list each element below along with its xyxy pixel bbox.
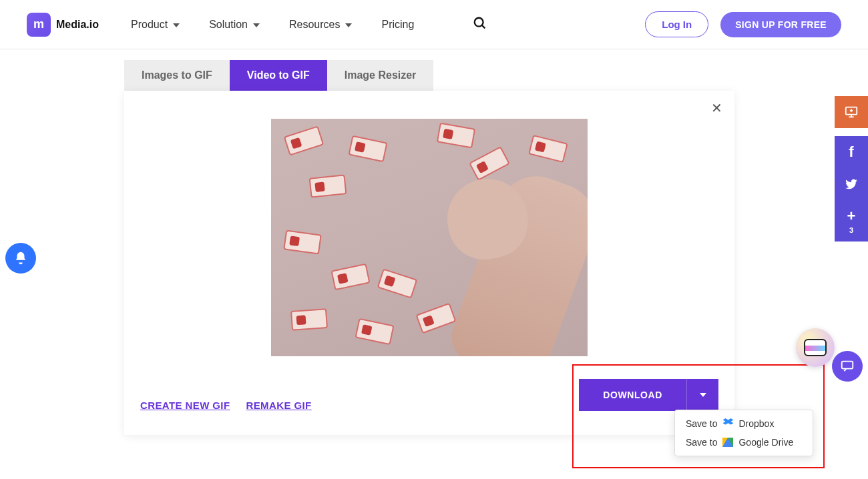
search-icon	[473, 21, 487, 33]
ticket-decoration	[355, 318, 394, 346]
ticket-decoration	[290, 308, 328, 331]
save-prefix: Save to	[686, 437, 717, 448]
ticket-decoration	[377, 268, 418, 298]
chevron-down-icon	[345, 23, 352, 27]
rail-spacer	[835, 128, 868, 136]
ticket-decoration	[528, 135, 568, 163]
ticket-decoration	[309, 174, 347, 197]
result-panel: ✕ CREATE NEW GIF REMAKE GIF DOWNLOAD	[124, 91, 734, 435]
tool-tabs: Images to GIF Video to GIF Image Resizer	[124, 60, 868, 91]
caret-down-icon	[700, 393, 706, 397]
share-more-tile[interactable]: + 3	[835, 200, 868, 242]
signup-button[interactable]: SIGN UP FOR FREE	[720, 12, 841, 37]
ticket-decoration	[331, 264, 370, 291]
assistant-icon	[804, 339, 827, 356]
svg-line-1	[482, 25, 485, 28]
plus-icon: +	[847, 207, 856, 225]
download-group: DOWNLOAD	[579, 379, 718, 411]
search-button[interactable]	[473, 16, 487, 33]
ticket-decoration	[283, 229, 322, 254]
main-nav: Product Solution Resources Pricing	[131, 16, 487, 33]
download-dropdown-toggle[interactable]	[686, 379, 718, 411]
share-twitter-tile[interactable]	[835, 168, 868, 200]
download-app-tile[interactable]	[835, 96, 868, 128]
twitter-icon	[844, 177, 859, 191]
gif-preview	[271, 119, 588, 356]
save-to-menu: Save to Dropbox Save to Google Drive	[674, 410, 813, 456]
ticket-decoration	[469, 146, 510, 181]
nav-resources[interactable]: Resources	[289, 19, 352, 31]
chat-icon	[840, 359, 855, 374]
download-button[interactable]: DOWNLOAD	[579, 379, 686, 411]
facebook-icon: f	[849, 143, 853, 161]
app-header: m Media.io Product Solution Resources Pr…	[0, 0, 868, 49]
save-prefix: Save to	[686, 418, 717, 429]
panel-footer: CREATE NEW GIF REMAKE GIF DOWNLOAD	[140, 379, 718, 411]
svg-rect-5	[842, 362, 853, 369]
create-new-gif-link[interactable]: CREATE NEW GIF	[140, 400, 230, 411]
ticket-decoration	[348, 135, 387, 163]
chat-button[interactable]	[832, 351, 863, 382]
nav-label: Solution	[209, 19, 248, 31]
share-rail: f + 3	[835, 96, 868, 242]
remake-gif-link[interactable]: REMAKE GIF	[246, 400, 311, 411]
dropbox-icon	[722, 418, 733, 429]
nav-product[interactable]: Product	[131, 19, 180, 31]
chevron-down-icon	[253, 23, 260, 27]
save-to-dropbox[interactable]: Save to Dropbox	[675, 414, 813, 433]
action-links: CREATE NEW GIF REMAKE GIF	[140, 400, 312, 411]
logo-letter: m	[33, 17, 44, 31]
ai-assistant-button[interactable]	[796, 328, 835, 367]
notifications-button[interactable]	[5, 243, 36, 274]
nav-solution[interactable]: Solution	[209, 19, 260, 31]
share-facebook-tile[interactable]: f	[835, 136, 868, 168]
save-to-google-drive[interactable]: Save to Google Drive	[675, 433, 813, 452]
ticket-decoration	[437, 123, 475, 149]
logo-icon: m	[27, 13, 51, 37]
tab-image-resizer[interactable]: Image Resizer	[327, 60, 434, 91]
tab-video-to-gif[interactable]: Video to GIF	[230, 60, 327, 91]
auth-actions: Log In SIGN UP FOR FREE	[645, 11, 841, 37]
save-service: Google Drive	[738, 437, 793, 448]
brand-name: Media.io	[56, 19, 99, 31]
nav-pricing[interactable]: Pricing	[381, 19, 414, 31]
bell-icon	[13, 251, 28, 266]
nav-label: Pricing	[381, 19, 414, 31]
nav-label: Product	[131, 19, 168, 31]
close-icon[interactable]: ✕	[711, 100, 722, 116]
ticket-decoration	[284, 125, 324, 155]
ticket-decoration	[415, 303, 456, 334]
tab-images-to-gif[interactable]: Images to GIF	[124, 60, 230, 91]
save-service: Dropbox	[738, 418, 774, 429]
chevron-down-icon	[173, 23, 180, 27]
google-drive-icon	[722, 438, 733, 447]
share-count: 3	[849, 226, 853, 234]
brand-logo[interactable]: m Media.io	[27, 13, 99, 37]
login-button[interactable]: Log In	[645, 11, 708, 37]
nav-label: Resources	[289, 19, 340, 31]
svg-point-0	[475, 17, 483, 26]
